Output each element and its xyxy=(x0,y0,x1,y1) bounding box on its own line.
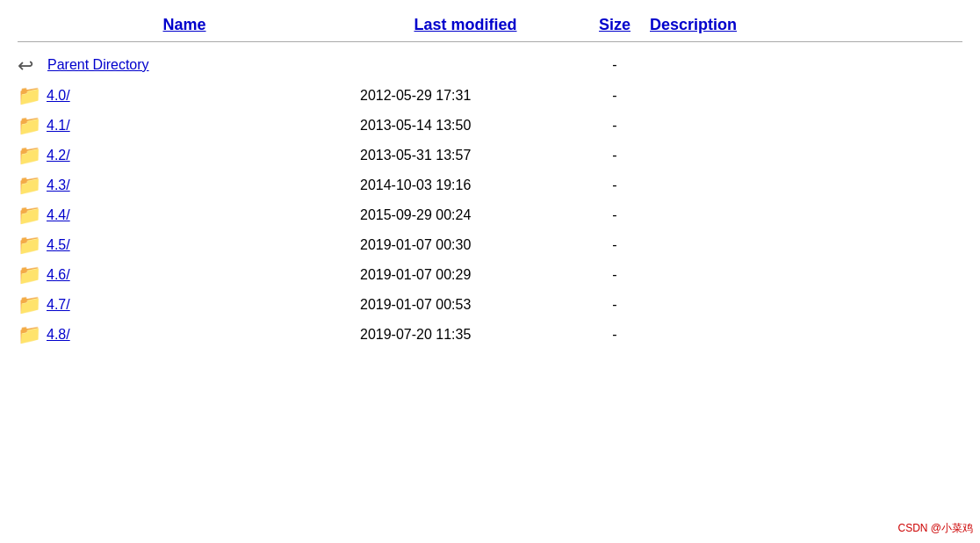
name-cell: 📁4.8/ xyxy=(18,325,351,344)
parent-directory-icon xyxy=(18,54,42,76)
table-row: 📁4.6/2019-01-07 00:29- xyxy=(18,260,962,290)
folder-link-4.5[interactable]: 4.5/ xyxy=(47,237,70,253)
folder-link-4.6[interactable]: 4.6/ xyxy=(47,267,70,283)
modified-cell: 2019-01-07 00:29 xyxy=(351,267,580,283)
name-cell: 📁4.4/ xyxy=(18,206,351,225)
folder-icon: 📁 xyxy=(18,265,41,285)
description-header-cell: Description xyxy=(650,16,790,34)
modified-cell: 2019-01-07 00:30 xyxy=(351,237,580,253)
modified-header-cell: Last modified xyxy=(351,16,580,34)
modified-sort-link[interactable]: Last modified xyxy=(414,16,516,33)
folder-icon: 📁 xyxy=(18,295,41,315)
modified-cell: 2013-05-14 13:50 xyxy=(351,118,580,134)
folder-link-4.7[interactable]: 4.7/ xyxy=(47,297,70,313)
table-row: 📁4.4/2015-09-29 00:24- xyxy=(18,200,962,230)
name-cell: 📁4.6/ xyxy=(18,265,351,285)
table-row: 📁4.8/2019-07-20 11:35- xyxy=(18,320,962,350)
folder-icon: 📁 xyxy=(18,116,41,135)
description-sort-link[interactable]: Description xyxy=(650,16,737,33)
folder-link-4.4[interactable]: 4.4/ xyxy=(47,207,70,223)
entries-list: Parent Directory-📁4.0/2012-05-29 17:31-📁… xyxy=(18,49,962,350)
modified-cell: 2015-09-29 00:24 xyxy=(351,207,580,223)
table-row: Parent Directory- xyxy=(18,49,962,81)
size-cell: - xyxy=(580,57,650,73)
modified-cell: 2013-05-31 13:57 xyxy=(351,148,580,163)
size-cell: - xyxy=(580,88,650,104)
watermark-label: CSDN @小菜鸡 xyxy=(897,521,973,536)
folder-icon: 📁 xyxy=(18,325,41,344)
size-cell: - xyxy=(580,148,650,163)
table-row: 📁4.0/2012-05-29 17:31- xyxy=(18,81,962,111)
size-cell: - xyxy=(580,267,650,283)
size-sort-link[interactable]: Size xyxy=(599,16,631,33)
folder-link-4.2[interactable]: 4.2/ xyxy=(47,148,70,163)
folder-link-4.1[interactable]: 4.1/ xyxy=(47,118,70,134)
name-cell: Parent Directory xyxy=(18,54,351,76)
name-cell: 📁4.1/ xyxy=(18,116,351,135)
folder-link-4.3[interactable]: 4.3/ xyxy=(47,177,70,193)
name-header-cell: Name xyxy=(18,16,351,34)
name-cell: 📁4.7/ xyxy=(18,295,351,315)
directory-listing: Name Last modified Size Description Pare… xyxy=(0,0,980,358)
name-cell: 📁4.0/ xyxy=(18,86,351,105)
name-cell: 📁4.2/ xyxy=(18,146,351,165)
size-cell: - xyxy=(580,177,650,193)
name-sort-link[interactable]: Name xyxy=(162,16,205,33)
folder-link-4.8[interactable]: 4.8/ xyxy=(47,327,70,343)
folder-icon: 📁 xyxy=(18,146,41,165)
modified-cell: 2019-07-20 11:35 xyxy=(351,327,580,343)
size-header-cell: Size xyxy=(580,16,650,34)
table-row: 📁4.5/2019-01-07 00:30- xyxy=(18,230,962,260)
folder-link-4.0[interactable]: 4.0/ xyxy=(47,88,70,104)
size-cell: - xyxy=(580,327,650,343)
modified-cell: 2014-10-03 19:16 xyxy=(351,177,580,193)
table-header: Name Last modified Size Description xyxy=(18,9,962,42)
size-cell: - xyxy=(580,207,650,223)
table-row: 📁4.3/2014-10-03 19:16- xyxy=(18,170,962,200)
folder-icon: 📁 xyxy=(18,176,41,195)
modified-cell: 2012-05-29 17:31 xyxy=(351,88,580,104)
modified-cell: 2019-01-07 00:53 xyxy=(351,297,580,313)
folder-icon: 📁 xyxy=(18,235,41,255)
size-cell: - xyxy=(580,118,650,134)
table-row: 📁4.7/2019-01-07 00:53- xyxy=(18,290,962,320)
table-row: 📁4.1/2013-05-14 13:50- xyxy=(18,111,962,141)
size-cell: - xyxy=(580,237,650,253)
name-cell: 📁4.5/ xyxy=(18,235,351,255)
folder-icon: 📁 xyxy=(18,86,41,105)
table-row: 📁4.2/2013-05-31 13:57- xyxy=(18,141,962,170)
name-cell: 📁4.3/ xyxy=(18,176,351,195)
parent-directory-link[interactable]: Parent Directory xyxy=(47,57,149,73)
size-cell: - xyxy=(580,297,650,313)
folder-icon: 📁 xyxy=(18,206,41,225)
